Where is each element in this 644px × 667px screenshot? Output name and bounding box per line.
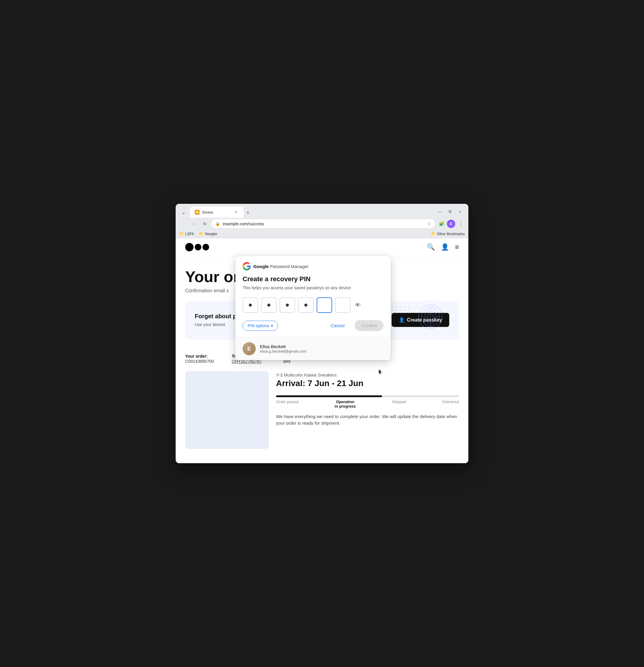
step-delivered: Delivered (442, 400, 459, 408)
gpm-header: Google Password Manager Create a recover… (235, 256, 391, 295)
gpm-subtitle: This helps you access your saved passkey… (243, 286, 383, 290)
active-tab[interactable]: Shrine × (190, 207, 244, 217)
tab-close-button[interactable]: × (233, 209, 239, 215)
profile-avatar[interactable]: E (447, 219, 455, 228)
dot (392, 307, 393, 308)
toolbar-icons: 🧩 E ⋮ (437, 219, 465, 228)
pin-box-5[interactable] (317, 297, 332, 313)
tab-favicon (195, 210, 200, 215)
pin-box-3[interactable] (280, 297, 295, 313)
tab-bar: Shrine × + (190, 207, 432, 217)
folder-icon-3: 📁 (431, 232, 436, 236)
account-info: Elisa Beckett elisa.g.beckett@gmail.com (260, 344, 307, 354)
bookmark-star-icon[interactable]: ☆ (427, 221, 431, 227)
dot (404, 307, 406, 308)
refresh-button[interactable]: ↻ (201, 219, 209, 228)
window-controls: — ⧉ × (435, 207, 465, 217)
progress-bar-background (276, 395, 459, 397)
menu-button[interactable]: ⋮ (457, 219, 465, 228)
dot (400, 313, 401, 314)
logo-dot-2 (202, 244, 209, 250)
dot (392, 313, 393, 314)
pin-input-row: 👁 (235, 295, 391, 318)
browser-titlebar: ⌄ Shrine × + — ⧉ × (176, 204, 468, 217)
account-name: Elisa Beckett (260, 344, 307, 349)
pin-box-4[interactable] (298, 297, 314, 313)
account-email: elisa.g.beckett@gmail.com (260, 349, 307, 354)
order-number-item: Your order: C00143680700 (185, 354, 214, 364)
gpm-brand-text: Google Password Manager (253, 264, 309, 269)
browser-addressbar: ← → ↻ 🔒 example.com/success ☆ 🧩 E ⋮ (176, 217, 468, 230)
browser-controls: ⌄ (179, 208, 187, 216)
bookmark-lsfk-label: LSFK (185, 232, 194, 236)
progress-container: Order placed Operationin progress Shippe… (276, 395, 459, 408)
gpm-brand-google: Google (253, 264, 269, 269)
pin-options-button[interactable]: PIN options ▾ (243, 321, 278, 331)
search-icon[interactable]: 🔍 (427, 243, 435, 251)
bookmark-other-label: Other Bookmarks (437, 232, 465, 236)
dot (404, 313, 406, 314)
pin-visibility-toggle[interactable]: 👁 (355, 302, 361, 309)
bookmark-lsfk[interactable]: 📁 LSFK (179, 232, 194, 236)
product-row: Y-3 Multicolor Kaiwa Sneakers Arrival: 7… (185, 371, 459, 449)
extensions-button[interactable]: 🧩 (437, 219, 446, 228)
svg-point-1 (197, 212, 199, 213)
site-logo (185, 243, 209, 251)
minimize-button[interactable]: — (435, 207, 444, 216)
dot (396, 310, 397, 311)
fingerprint-decoration (417, 303, 444, 337)
cancel-button[interactable]: Cancel (324, 320, 351, 331)
site-header: 🔍 👤 ≡ (176, 238, 468, 256)
google-logo-icon (243, 262, 251, 271)
dot (409, 313, 410, 314)
order-number: C00143680700 (185, 359, 214, 364)
pin-box-2[interactable] (261, 297, 277, 313)
bookmarks-bar: 📁 LSFK 📁 Noogler 📁 Other Bookmarks (176, 230, 468, 238)
bookmark-other[interactable]: 📁 Other Bookmarks (431, 232, 465, 236)
avatar-placeholder: E (243, 342, 256, 355)
gpm-brand-rest: Password Manager (269, 264, 309, 269)
gpm-brand: Google Password Manager (243, 262, 383, 271)
tab-title: Shrine (202, 210, 213, 215)
product-info: Y-3 Multicolor Kaiwa Sneakers Arrival: 7… (276, 371, 459, 449)
maximize-button[interactable]: ⧉ (445, 207, 455, 216)
gpm-popup: Google Password Manager Create a recover… (235, 256, 391, 360)
new-tab-button[interactable]: + (244, 209, 252, 217)
address-bar[interactable]: 🔒 example.com/success ☆ (212, 219, 435, 228)
account-suggestion[interactable]: E Elisa Beckett elisa.g.beckett@gmail.co… (235, 337, 391, 360)
pin-options-label: PIN options (248, 323, 269, 328)
logo-dot-1 (195, 244, 201, 250)
gpm-title: Create a recovery PIN (243, 275, 383, 283)
logo-dot-large (185, 243, 194, 251)
confirm-button[interactable]: Confirm (354, 320, 383, 331)
progress-labels: Order placed Operationin progress Shippe… (276, 400, 459, 408)
browser-window: ⌄ Shrine × + — ⧉ × ← → ↻ 🔒 example.com/s… (176, 204, 468, 463)
dot (396, 313, 397, 314)
dot (396, 307, 397, 308)
tab-dropdown-button[interactable]: ⌄ (179, 208, 187, 216)
avatar-image: E (447, 219, 455, 228)
forward-button[interactable]: → (190, 219, 198, 228)
back-button[interactable]: ← (179, 219, 187, 228)
pin-options-chevron-icon: ▾ (271, 323, 273, 328)
pin-box-1[interactable] (243, 297, 258, 313)
pin-dot-2 (267, 304, 270, 307)
pin-box-6[interactable] (335, 297, 351, 313)
gpm-actions: PIN options ▾ Cancel Confirm (235, 318, 391, 337)
close-window-button[interactable]: × (455, 207, 465, 216)
account-icon[interactable]: 👤 (441, 243, 449, 251)
progress-bar-fill (276, 395, 382, 397)
order-section: Your order: C00143680700 Tracking number… (176, 347, 468, 463)
hamburger-menu-icon[interactable]: ≡ (455, 243, 459, 251)
product-description: We have everything we need to complete y… (276, 413, 459, 427)
pin-dot-1 (249, 304, 252, 307)
bookmark-noogler-label: Noogler (205, 232, 217, 236)
site-header-icons: 🔍 👤 ≡ (427, 243, 459, 251)
page-content: 🔍 👤 ≡ Your or...ssfully Confirmation ema… (176, 238, 468, 463)
product-arrival: Arrival: 7 Jun - 21 Jun (276, 379, 459, 388)
bookmark-noogler[interactable]: 📁 Noogler (199, 232, 217, 236)
account-avatar: E (243, 342, 256, 355)
dot (400, 307, 401, 308)
passkey-btn-icon: 👤 (399, 317, 405, 323)
dot (409, 307, 410, 308)
